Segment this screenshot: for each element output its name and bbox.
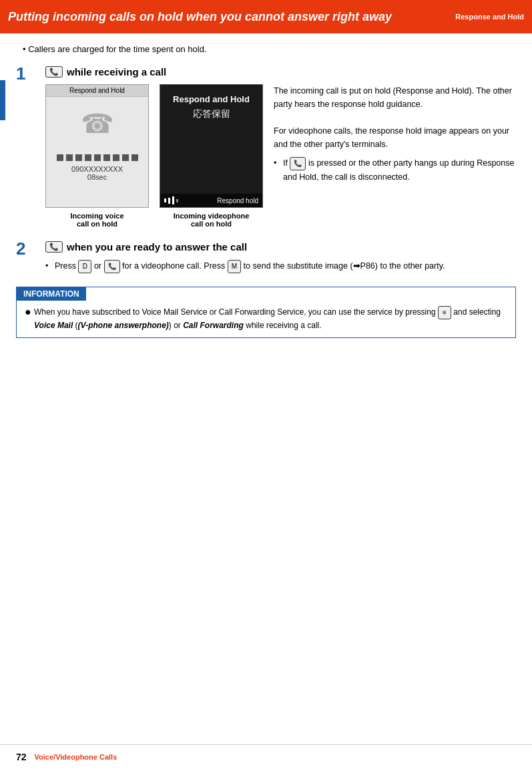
step-1-sub-bullet: If 📞 is pressed or the other party hangs… [274,156,516,184]
video-image-block: Respond and Hold 応答保留 Respond hold [160,84,263,228]
information-header: INFORMATION [17,287,86,301]
step-2-bullet: Press D or 📞 for a videophone call. Pres… [45,259,516,273]
step-2-body: Press D or 📞 for a videophone call. Pres… [45,259,516,273]
dash-9 [131,154,138,161]
step-2-mid1-text: for a videophone call. Press [122,261,225,271]
step-2-title: 📞 when you are ready to answer the call [45,241,516,253]
step-1-description: The incoming call is put on hold (Respon… [274,84,516,184]
signal-bar-3 [172,196,174,204]
step-2-key-phone[interactable]: 📞 [104,260,120,273]
voice-screen-label: Respond and Hold [46,85,148,97]
information-box: INFORMATION ● When you have subscribed t… [16,287,516,338]
video-signal-icons [164,196,178,204]
voice-time-text: 08sec [46,173,148,181]
step-2-content: 📞 when you are ready to answer the call … [45,241,516,273]
dash-4 [85,154,91,161]
step-1-key-icon[interactable]: 📞 [45,66,63,78]
info-text-2: and selecting [453,307,501,317]
step-2-key-d[interactable]: D [78,260,91,273]
step-1: 1 📞 while receiving a call Respond and H… [16,66,516,228]
information-text: When you have subscribed to Voice Mail S… [34,306,507,332]
step-2-key-m[interactable]: M [228,260,241,273]
step-2-press-text: Press [55,261,76,271]
blue-tab [0,80,5,120]
signal-bar-4 [176,199,178,202]
step-1-title-text: while receiving a call [67,66,166,78]
video-caption-line2: call on hold [174,220,250,228]
info-voice-mail-paren: (V-phone answerphone) [78,321,169,330]
voice-caption-line1: Incoming voice [70,212,123,220]
header-bar: Putting incoming calls on hold when you … [0,0,532,33]
voice-image-block: Respond and Hold ☎ [45,84,149,228]
step-1-sub-key[interactable]: 📞 [290,157,306,170]
info-or-text: or [174,321,181,330]
dash-3 [75,154,82,161]
video-screen: Respond and Hold 応答保留 Respond hold [160,84,263,208]
dashes-row [46,154,148,161]
dash-8 [122,154,129,161]
info-while-text: while receiving a call. [246,321,321,330]
step-2-title-text: when you are ready to answer the call [67,241,247,253]
footer: 72 Voice/Videophone Calls [0,744,532,769]
information-dot: ● [25,307,30,317]
voice-phone-icon-area: ☎ [46,97,148,150]
step-2: 2 📞 when you are ready to answer the cal… [16,241,516,273]
step-1-desc-line2: For videophone calls, the response hold … [274,126,509,149]
footer-page-number: 72 [16,752,27,762]
video-caption: Incoming videophone call on hold [174,212,250,228]
video-kanji-text: 応答保留 [160,108,262,120]
dash-2 [66,154,73,161]
step-1-images-row: Respond and Hold ☎ [45,84,516,228]
info-voice-mail: Voice Mail [34,321,73,330]
video-caption-line1: Incoming videophone [174,212,250,220]
footer-category: Voice/Videophone Calls [35,753,117,761]
information-bullet: ● When you have subscribed to Voice Mail… [25,306,507,332]
intro-bullet: Callers are charged for the time spent o… [16,44,516,54]
header-subtitle: Response and Hold [455,13,524,21]
video-bottom-bar: Respond hold [160,194,262,207]
step-1-number: 1 [16,63,40,84]
sub-bullet-text-2: is pressed or the other party hangs up d… [283,158,514,182]
info-call-forwarding: Call Forwarding [183,321,244,330]
step-2-number: 2 [16,239,40,259]
info-paren: ((V-phone answerphone)) [75,321,174,330]
dash-7 [113,154,119,161]
dash-1 [57,154,63,161]
dash-5 [94,154,101,161]
voice-caption-line2: call on hold [70,220,123,228]
step-1-title: 📞 while receiving a call [45,66,516,78]
info-key-menu[interactable]: ≡ [438,306,451,319]
voice-caption: Incoming voice call on hold [70,212,123,228]
voice-number-text: 090XXXXXXXX [46,165,148,173]
voice-phone-number: 090XXXXXXXX 08sec [46,165,148,181]
main-content: Callers are charged for the time spent o… [0,33,532,359]
information-content: ● When you have subscribed to Voice Mail… [17,301,515,337]
step-1-content: 📞 while receiving a call Respond and Hol… [45,66,516,228]
sub-bullet-text-1: If [283,158,288,168]
info-text-1: When you have subscribed to Voice Mail S… [34,307,436,317]
signal-bar-1 [164,198,166,202]
step-1-desc-line1: The incoming call is put on hold (Respon… [274,86,512,109]
step-2-key-icon[interactable]: 📞 [45,241,63,253]
video-bottom-text: Respond hold [217,197,258,204]
step-2-mid2-text: to send the substitute image (➡P86) to t… [244,261,445,271]
video-top-text: Respond and Hold [160,85,262,104]
dash-6 [103,154,110,161]
step-2-or-text: or [94,261,101,271]
signal-bar-2 [168,198,170,204]
voice-screen: Respond and Hold ☎ [45,84,149,208]
phone-handset-icon: ☎ [81,108,114,139]
header-title: Putting incoming calls on hold when you … [8,10,392,24]
